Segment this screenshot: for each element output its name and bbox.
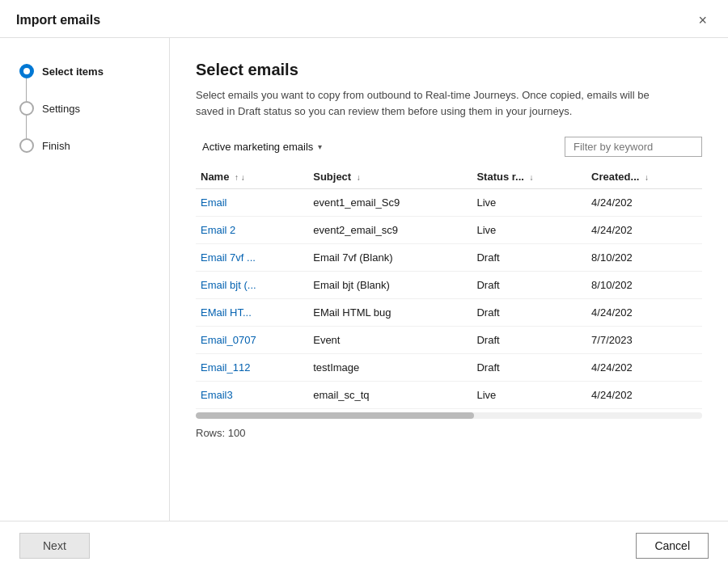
sort-icon-status: ↓ bbox=[530, 173, 534, 182]
cell-subject: Email 7vf (Blank) bbox=[308, 244, 472, 272]
cell-subject: Event bbox=[308, 327, 472, 354]
cell-name: Email 7vf ... bbox=[196, 244, 308, 272]
col-name[interactable]: Name ↑ ↓ bbox=[196, 165, 308, 189]
content-area: Select emails Select emails you want to … bbox=[170, 38, 728, 521]
filter-dropdown-button[interactable]: Active marketing emails ▾ bbox=[196, 137, 328, 156]
table-row: Email_112testImageDraft4/24/202 bbox=[196, 354, 702, 382]
cell-created: 7/7/2023 bbox=[586, 327, 702, 354]
col-created[interactable]: Created... ↓ bbox=[586, 165, 702, 189]
sidebar: Select items Settings Finish bbox=[0, 38, 170, 521]
section-title: Select emails bbox=[196, 61, 702, 79]
email-link[interactable]: Email3 bbox=[201, 389, 233, 401]
step-settings: Settings bbox=[19, 101, 156, 116]
filter-dropdown-label: Active marketing emails bbox=[202, 141, 313, 153]
cancel-button[interactable]: Cancel bbox=[636, 533, 709, 559]
col-subject[interactable]: Subject ↓ bbox=[308, 165, 472, 189]
email-link[interactable]: Email 7vf ... bbox=[201, 251, 256, 264]
cell-created: 4/24/202 bbox=[586, 354, 702, 382]
keyword-filter-input[interactable] bbox=[565, 137, 702, 157]
cell-name: EMail HT... bbox=[196, 299, 308, 327]
cell-subject: email_sc_tq bbox=[308, 382, 472, 409]
cell-status: Live bbox=[472, 382, 586, 409]
horizontal-scrollbar[interactable] bbox=[196, 412, 702, 419]
step-line-1 bbox=[26, 78, 27, 101]
step-label-settings: Settings bbox=[42, 102, 80, 115]
cell-status: Draft bbox=[472, 244, 586, 272]
cell-subject: testImage bbox=[308, 354, 472, 382]
cell-created: 8/10/202 bbox=[586, 272, 702, 299]
cell-subject: Email bjt (Blank) bbox=[308, 272, 472, 299]
cell-status: Live bbox=[472, 217, 586, 244]
toolbar: Active marketing emails ▾ bbox=[196, 137, 702, 157]
table-row: Emailevent1_email_Sc9Live4/24/202 bbox=[196, 189, 702, 217]
cell-status: Draft bbox=[472, 327, 586, 354]
cell-subject: event1_email_Sc9 bbox=[308, 189, 472, 217]
step-circle-finish bbox=[19, 138, 34, 153]
table-header: Name ↑ ↓ Subject ↓ Status r... ↓ bbox=[196, 165, 702, 189]
cell-name: Email_0707 bbox=[196, 327, 308, 354]
table-row: Email3email_sc_tqLive4/24/202 bbox=[196, 382, 702, 409]
cell-subject: EMail HTML bug bbox=[308, 299, 472, 327]
cell-created: 4/24/202 bbox=[586, 217, 702, 244]
email-link[interactable]: EMail HT... bbox=[201, 306, 252, 319]
close-button[interactable]: × bbox=[693, 11, 712, 29]
table-row: EMail HT...EMail HTML bugDraft4/24/202 bbox=[196, 299, 702, 327]
cell-created: 4/24/202 bbox=[586, 299, 702, 327]
modal-title: Import emails bbox=[16, 13, 100, 27]
main-content: Select emails Select emails you want to … bbox=[170, 38, 728, 521]
modal-header: Import emails × bbox=[0, 0, 728, 38]
email-link[interactable]: Email bjt (... bbox=[201, 279, 256, 291]
modal-body: Select items Settings Finish Select emai… bbox=[0, 38, 728, 521]
step-label-select-items: Select items bbox=[42, 65, 104, 78]
cell-created: 4/24/202 bbox=[586, 189, 702, 217]
emails-table: Name ↑ ↓ Subject ↓ Status r... ↓ bbox=[196, 165, 702, 409]
modal-footer: Next Cancel bbox=[0, 521, 728, 570]
table-row: Email_0707EventDraft7/7/2023 bbox=[196, 327, 702, 354]
email-link[interactable]: Email 2 bbox=[201, 224, 235, 236]
chevron-down-icon: ▾ bbox=[318, 142, 322, 151]
next-button[interactable]: Next bbox=[19, 533, 90, 559]
cell-name: Email3 bbox=[196, 382, 308, 409]
cell-name: Email_112 bbox=[196, 354, 308, 382]
email-link[interactable]: Email_112 bbox=[201, 361, 250, 374]
cell-created: 4/24/202 bbox=[586, 382, 702, 409]
cell-status: Live bbox=[472, 189, 586, 217]
sort-icon-created: ↓ bbox=[645, 173, 649, 182]
section-description: Select emails you want to copy from outb… bbox=[196, 87, 665, 119]
table-row: Email 2event2_email_sc9Live4/24/202 bbox=[196, 217, 702, 244]
import-emails-modal: Import emails × Select items Settings Fi… bbox=[0, 0, 728, 570]
step-circle-settings bbox=[19, 101, 34, 116]
cell-status: Draft bbox=[472, 299, 586, 327]
sort-icon-name: ↑ ↓ bbox=[235, 173, 245, 182]
cell-created: 8/10/202 bbox=[586, 244, 702, 272]
table-header-row: Name ↑ ↓ Subject ↓ Status r... ↓ bbox=[196, 165, 702, 189]
cell-name: Email bjt (... bbox=[196, 272, 308, 299]
table-body: Emailevent1_email_Sc9Live4/24/202Email 2… bbox=[196, 189, 702, 409]
cell-subject: event2_email_sc9 bbox=[308, 217, 472, 244]
step-line-2 bbox=[26, 116, 27, 138]
rows-count: Rows: 100 bbox=[196, 427, 702, 439]
table-row: Email 7vf ...Email 7vf (Blank)Draft8/10/… bbox=[196, 244, 702, 272]
col-status[interactable]: Status r... ↓ bbox=[472, 165, 586, 189]
step-finish: Finish bbox=[19, 138, 156, 153]
step-label-finish: Finish bbox=[42, 139, 70, 152]
sort-icon-subject: ↓ bbox=[357, 173, 361, 182]
scroll-thumb bbox=[196, 412, 474, 419]
step-circle-select-items bbox=[19, 64, 34, 78]
cell-name: Email 2 bbox=[196, 217, 308, 244]
cell-name: Email bbox=[196, 189, 308, 217]
email-link[interactable]: Email bbox=[201, 196, 227, 209]
table-row: Email bjt (...Email bjt (Blank)Draft8/10… bbox=[196, 272, 702, 299]
cell-status: Draft bbox=[472, 354, 586, 382]
step-select-items: Select items bbox=[19, 64, 156, 78]
email-link[interactable]: Email_0707 bbox=[201, 334, 256, 346]
cell-status: Draft bbox=[472, 272, 586, 299]
